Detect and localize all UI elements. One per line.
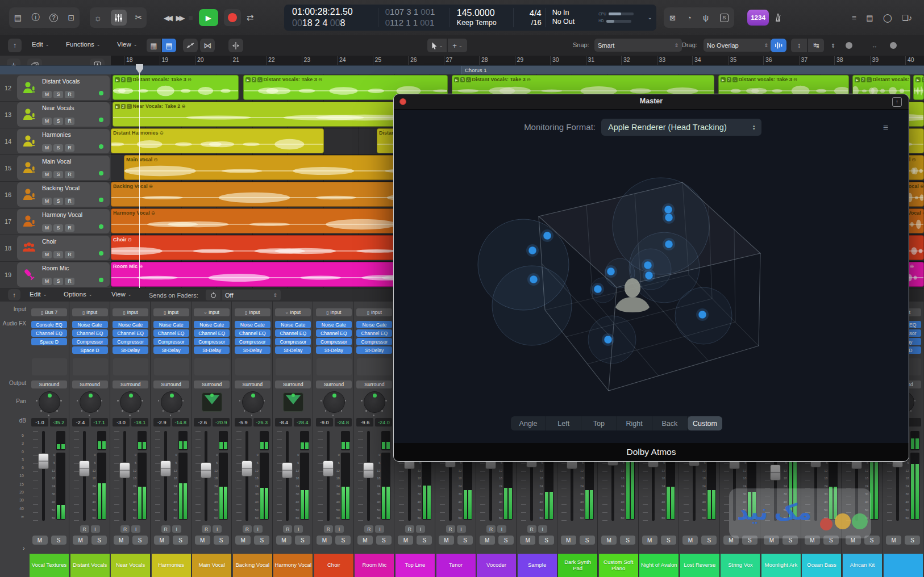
solo-button[interactable]: S: [335, 536, 351, 545]
track-header-panel[interactable]: Main VocalMSR: [17, 156, 110, 180]
mute-button[interactable]: M: [642, 536, 657, 545]
mixer-view-menu[interactable]: View⌄: [111, 291, 131, 298]
audio-fx-slot[interactable]: St-Delay: [233, 346, 272, 354]
record-enable-button[interactable]: R: [65, 251, 74, 258]
audio-fx-slot[interactable]: Space D: [70, 346, 110, 354]
input-monitor-button[interactable]: I: [91, 525, 100, 533]
empty-fx-slot[interactable]: [113, 358, 148, 375]
audio-fx-plugin[interactable]: Noise Gate: [153, 321, 189, 328]
record-enable-button[interactable]: R: [161, 525, 170, 533]
input-monitor-dot[interactable]: [99, 144, 103, 149]
audio-fx-plugin[interactable]: Channel EQ: [153, 329, 189, 337]
record-button[interactable]: [224, 9, 241, 26]
take-folder-icon[interactable]: ∴: [732, 77, 738, 82]
panner-view-left[interactable]: Left: [546, 416, 581, 430]
mute-button[interactable]: M: [42, 224, 52, 232]
output-button[interactable]: Surround: [316, 381, 352, 388]
loop-browser-icon[interactable]: ◯: [883, 13, 892, 22]
atmos-3d-panner[interactable]: [394, 94, 909, 461]
channel-name[interactable]: Dark Synth Pad: [558, 554, 597, 577]
surround-pan-knob[interactable]: [120, 391, 141, 413]
fader-cap[interactable]: [770, 465, 781, 480]
audio-object-dot[interactable]: [644, 261, 652, 269]
input-button[interactable]: ▯Input: [235, 308, 270, 316]
fader-cap[interactable]: [119, 462, 130, 478]
input-slot[interactable]: ○Input: [192, 308, 231, 316]
bar-ruler[interactable]: 1819202122232425262728293031323334353637…: [111, 56, 924, 65]
audio-fx-plugin[interactable]: Channel EQ: [113, 329, 148, 337]
library-icon[interactable]: ▤: [14, 13, 22, 22]
audio-fx-plugin[interactable]: Compressor: [356, 338, 392, 345]
mute-button[interactable]: M: [42, 144, 52, 152]
audio-fx-slot[interactable]: Channel EQ: [70, 329, 110, 337]
record-enable-button[interactable]: R: [486, 525, 496, 533]
stop-button[interactable]: ■: [188, 13, 193, 22]
track-header-panel[interactable]: ChoirMSR: [17, 236, 110, 260]
mute-button[interactable]: M: [601, 536, 617, 545]
audio-fx-plugin[interactable]: Compressor: [194, 338, 230, 345]
solo-icon[interactable]: S: [720, 14, 729, 22]
solo-button[interactable]: S: [132, 536, 148, 545]
record-enable-button[interactable]: R: [65, 198, 74, 205]
channel-name[interactable]: Room Mic: [355, 554, 394, 577]
volume-db-value[interactable]: -9.6: [356, 418, 373, 427]
input-slot[interactable]: ▯Bus 7: [30, 308, 69, 316]
audio-fx-slot[interactable]: Noise Gate: [70, 321, 110, 328]
output-button[interactable]: Surround: [275, 381, 311, 388]
take-play-icon[interactable]: ▶: [454, 77, 459, 82]
take-play-icon[interactable]: ▶: [915, 77, 921, 82]
audio-fx-slot[interactable]: Channel EQ: [355, 329, 394, 337]
channel-name[interactable]: Vocal Textures: [30, 554, 69, 577]
empty-fx-slot[interactable]: [73, 358, 108, 375]
audio-fx-slot[interactable]: St-Delay: [192, 346, 231, 354]
output-button[interactable]: Surround: [194, 381, 230, 388]
solo-button[interactable]: S: [53, 278, 63, 285]
channel-strip[interactable]: ○InputNoise GateChannel EQCompressorSt-D…: [192, 302, 232, 577]
record-enable-button[interactable]: R: [405, 525, 414, 533]
input-monitor-dot[interactable]: [99, 278, 103, 282]
audio-fx-plugin[interactable]: Compressor: [72, 338, 108, 345]
audio-fx-plugin[interactable]: Noise Gate: [194, 321, 230, 328]
audio-fx-plugin[interactable]: Noise Gate: [72, 321, 108, 328]
volume-db-value[interactable]: -9.0: [316, 418, 333, 427]
output-slot[interactable]: Surround: [273, 381, 313, 388]
panner-view-right[interactable]: Right: [617, 416, 652, 430]
audio-fx-plugin[interactable]: Channel EQ: [316, 329, 352, 337]
functions-menu[interactable]: Functions⌄: [66, 41, 101, 48]
mute-button[interactable]: M: [32, 536, 48, 545]
channel-name[interactable]: Lost Reverse: [680, 554, 719, 577]
input-monitor-button[interactable]: I: [213, 525, 222, 533]
audio-fx-slot[interactable]: St-Delay: [273, 346, 313, 354]
channel-disclosure[interactable]: ›: [23, 545, 25, 551]
audio-fx-slot[interactable]: Space D: [30, 338, 69, 345]
channel-strip[interactable]: ○InputNoise GateChannel EQCompressorSt-D…: [273, 302, 313, 577]
volume-db-value[interactable]: -5.9: [235, 418, 252, 427]
media-browser-icon[interactable]: ❏♪: [902, 14, 912, 22]
audio-object-dot[interactable]: [645, 271, 653, 279]
solo-button[interactable]: S: [620, 536, 635, 545]
audio-fx-plugin[interactable]: Channel EQ: [194, 329, 230, 337]
solo-button[interactable]: S: [376, 536, 392, 545]
audio-region[interactable]: ▶2∴: [913, 75, 924, 100]
take-folder-icon[interactable]: ∴: [127, 77, 132, 82]
mute-button[interactable]: M: [357, 536, 373, 545]
audio-object-dot[interactable]: [607, 267, 615, 275]
audio-object-dot[interactable]: [543, 232, 551, 240]
audio-fx-plugin[interactable]: Console EQ: [31, 321, 67, 328]
audio-fx-plugin[interactable]: Compressor: [235, 338, 270, 345]
empty-fx-slot[interactable]: [276, 358, 311, 375]
solo-button[interactable]: S: [53, 144, 63, 152]
panner-view-angle[interactable]: Angle: [511, 416, 546, 430]
channel-name[interactable]: Ocean Bass: [802, 554, 841, 577]
view-menu[interactable]: View⌄: [117, 41, 137, 48]
solo-button[interactable]: S: [53, 224, 63, 232]
mixer-options-menu[interactable]: Options⌄: [64, 291, 92, 298]
vertical-zoom-thumb[interactable]: [846, 42, 852, 49]
solo-button[interactable]: S: [53, 118, 63, 125]
output-slot[interactable]: Surround: [192, 381, 231, 388]
input-monitor-button[interactable]: I: [416, 525, 425, 533]
surround-pan-knob[interactable]: [323, 391, 345, 413]
mute-button[interactable]: M: [235, 536, 251, 545]
audio-fx-plugin[interactable]: Compressor: [275, 338, 311, 345]
channel-name[interactable]: Harmony Vocal: [273, 554, 313, 577]
